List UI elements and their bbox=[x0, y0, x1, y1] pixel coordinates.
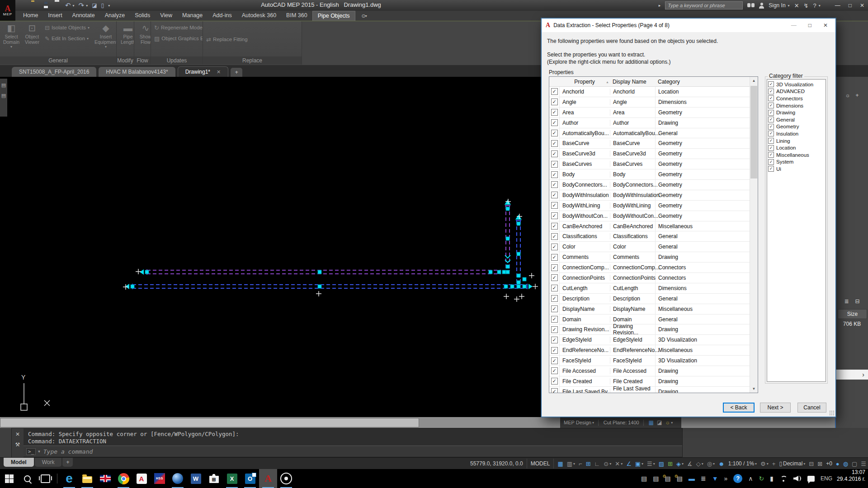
status-customization-menu[interactable]: ☰ bbox=[861, 461, 866, 467]
cycle-dropdown-icon[interactable]: ▾ bbox=[365, 14, 367, 18]
checkbox-checked[interactable]: ✓ bbox=[768, 89, 774, 94]
grid-display-icon[interactable]: ▦ bbox=[557, 461, 563, 467]
dialog-resize-grip[interactable] bbox=[829, 410, 835, 416]
workspace-dropdown-icon[interactable]: ▾ bbox=[592, 421, 594, 425]
status-clean-screen[interactable]: ▢ bbox=[852, 461, 857, 467]
dropdown-arrow-icon[interactable]: ▾ bbox=[767, 462, 769, 466]
infer-constraints-icon[interactable]: ⌐ bbox=[579, 461, 582, 467]
category-filter-item-miscellaneous[interactable]: ✓Miscellaneous bbox=[768, 151, 825, 159]
cancel-button[interactable]: Cancel bbox=[797, 403, 826, 413]
dropdown-arrow-icon[interactable]: ▾ bbox=[653, 462, 655, 466]
checkbox-checked[interactable]: ✓ bbox=[551, 130, 558, 136]
checkbox-checked[interactable]: ✓ bbox=[551, 223, 558, 230]
property-row[interactable]: ✓BaseCurvesBaseCurvesGeometry bbox=[549, 159, 758, 169]
status-quick-calc[interactable]: ⊟ bbox=[809, 461, 814, 467]
edge-browser-button[interactable]: e bbox=[60, 469, 78, 488]
property-row[interactable]: ✓BodyBodyGeometry bbox=[549, 169, 758, 180]
tray-overflow-icon[interactable]: » bbox=[724, 475, 728, 482]
app-manager-icon[interactable]: ↯ bbox=[804, 2, 809, 9]
checkbox-checked[interactable]: ✓ bbox=[768, 95, 774, 101]
checkbox-checked[interactable]: ✓ bbox=[551, 192, 558, 198]
category-filter-item-dimensions[interactable]: ✓Dimensions bbox=[768, 102, 825, 109]
workspace-dropdown[interactable]: MEP Design bbox=[564, 420, 591, 425]
quick-properties-icon[interactable]: ⊞ bbox=[668, 461, 673, 467]
wrench-icon[interactable]: ⚒ bbox=[15, 441, 20, 448]
hss-app-button[interactable]: HSS bbox=[151, 469, 169, 488]
new-layout-button[interactable]: + bbox=[62, 458, 73, 467]
quick-calc-icon[interactable]: ⊟ bbox=[809, 461, 814, 467]
checkbox-checked[interactable]: ✓ bbox=[551, 378, 558, 385]
category-filter-item-system[interactable]: ✓System bbox=[768, 159, 825, 166]
dropdown-arrow-icon[interactable]: ▾ bbox=[755, 462, 757, 466]
minimize-button[interactable]: — bbox=[835, 2, 840, 9]
undo-dropdown-icon[interactable]: ▾ bbox=[73, 4, 75, 8]
checkbox-checked[interactable]: ✓ bbox=[551, 254, 558, 261]
annotation-autoscale-icon[interactable]: ☻ bbox=[718, 461, 725, 467]
checkbox-checked[interactable]: ✓ bbox=[551, 88, 558, 95]
elevation-value[interactable]: +0 bbox=[826, 460, 832, 467]
dialog-maximize-button[interactable]: □ bbox=[808, 22, 811, 28]
ribbon-tab-manage[interactable]: Manage bbox=[177, 11, 208, 21]
property-row[interactable]: ✓File Last Saved ByFile Last Saved ByDra… bbox=[549, 387, 758, 393]
status-add-scales[interactable]: + bbox=[772, 461, 776, 467]
status-ortho-mode[interactable]: ∟ bbox=[594, 461, 600, 467]
notification-center-icon[interactable] bbox=[807, 476, 815, 482]
property-row[interactable]: ✓ClassificationsClassificationsGeneral bbox=[549, 231, 758, 242]
application-menu-button[interactable]: A MEP bbox=[0, 0, 15, 21]
document-log-icon[interactable]: ≣ bbox=[701, 475, 706, 482]
file-explorer-button[interactable] bbox=[78, 469, 96, 488]
ribbon-tab-annotate[interactable]: Annotate bbox=[67, 11, 100, 21]
property-row[interactable]: ✓EndReferenceNo...EndReferenceNo...Misce… bbox=[549, 345, 758, 356]
checkbox-checked[interactable]: ✓ bbox=[551, 264, 558, 271]
category-filter-item-insulation[interactable]: ✓Insulation bbox=[768, 130, 825, 137]
polar-tracking-icon[interactable]: ⊙ bbox=[604, 461, 609, 467]
elevation-cube-icon[interactable]: ⊠ bbox=[817, 461, 822, 467]
property-row[interactable]: ✓BaseCurveBaseCurveGeometry bbox=[549, 138, 758, 149]
checkbox-checked[interactable]: ✓ bbox=[768, 110, 774, 116]
ribbon-tab-solids[interactable]: Solids bbox=[130, 11, 155, 21]
sun-icon[interactable]: ☼ bbox=[665, 419, 670, 426]
ribbon-tab-insert[interactable]: Insert bbox=[43, 11, 67, 21]
power-status-icon[interactable]: ▮ bbox=[770, 475, 774, 482]
drive-sync-2-icon[interactable]: ▤⚙ bbox=[677, 475, 683, 482]
category-filter-item-ui[interactable]: ✓Ui bbox=[768, 165, 825, 173]
checkbox-checked[interactable]: ✓ bbox=[551, 99, 558, 105]
checkbox-checked[interactable]: ✓ bbox=[551, 244, 558, 250]
ribbon-button-edit-in-section[interactable]: ✎Edit In Section▾ bbox=[42, 33, 92, 44]
palette-tab-icon[interactable]: ▤ bbox=[1, 82, 6, 88]
ribbon-button-object-viewer[interactable]: ⊡Object Viewer bbox=[22, 22, 42, 56]
sun-icon[interactable]: ☼ bbox=[845, 92, 850, 99]
plot-icon[interactable] bbox=[54, 2, 61, 9]
status-ucs-icon-toggle[interactable]: ∡ bbox=[687, 461, 693, 467]
status-annotation-autoscale[interactable]: ☻ bbox=[718, 461, 725, 467]
drawing-tab-drawing1[interactable]: Drawing1*✕ bbox=[178, 66, 229, 77]
property-column-header[interactable]: Property ▲ bbox=[559, 79, 610, 85]
checkbox-checked[interactable]: ✓ bbox=[551, 181, 558, 188]
snap-mode-icon[interactable]: ▥ bbox=[567, 461, 572, 467]
tab-close-icon[interactable]: ✕ bbox=[217, 67, 221, 77]
language-flag-button[interactable] bbox=[96, 469, 114, 488]
new-file-icon[interactable] bbox=[20, 2, 27, 9]
property-row[interactable]: ✓BodyWithoutCon...BodyWithoutCon...Geome… bbox=[549, 211, 758, 221]
status-object-snap-tracking[interactable]: ∠ bbox=[626, 461, 632, 467]
settings-gear-icon[interactable]: ⚙ bbox=[760, 461, 766, 467]
taskbar-clock[interactable]: 13:07 29.4.2016 г. bbox=[837, 469, 868, 488]
drive-sync-1-icon[interactable]: ▤⚙ bbox=[665, 475, 670, 482]
windows-store-button[interactable]: ⊞ bbox=[205, 469, 223, 488]
volume-status-icon[interactable] bbox=[793, 475, 802, 482]
recent-commands-icon[interactable]: ▾ bbox=[38, 449, 40, 454]
exchange-apps-icon[interactable]: ✕ bbox=[794, 2, 799, 9]
new-drawing-tab-button[interactable]: + bbox=[231, 68, 242, 77]
tree-view-icon[interactable]: ⊟ bbox=[855, 298, 860, 305]
close-icon[interactable]: ✕ bbox=[15, 431, 20, 437]
ribbon-button-insert-equipment[interactable]: ◆Insert Equipment▾ bbox=[92, 22, 116, 56]
workspace-switching-icon[interactable]: ◈ bbox=[676, 461, 681, 467]
checkbox-checked[interactable]: ✓ bbox=[768, 138, 774, 144]
status-transparency[interactable]: ▨ bbox=[659, 461, 664, 467]
property-row[interactable]: ✓AuthorAuthorDrawing bbox=[549, 118, 758, 128]
transparency-icon[interactable]: ▨ bbox=[659, 461, 664, 467]
status-lineweight-display[interactable]: ☰▾ bbox=[647, 461, 655, 467]
property-row[interactable]: ✓AreaAreaGeometry bbox=[549, 108, 758, 118]
checkbox-checked[interactable]: ✓ bbox=[551, 202, 558, 209]
properties-palette-icon[interactable]: ▯ bbox=[101, 2, 104, 9]
